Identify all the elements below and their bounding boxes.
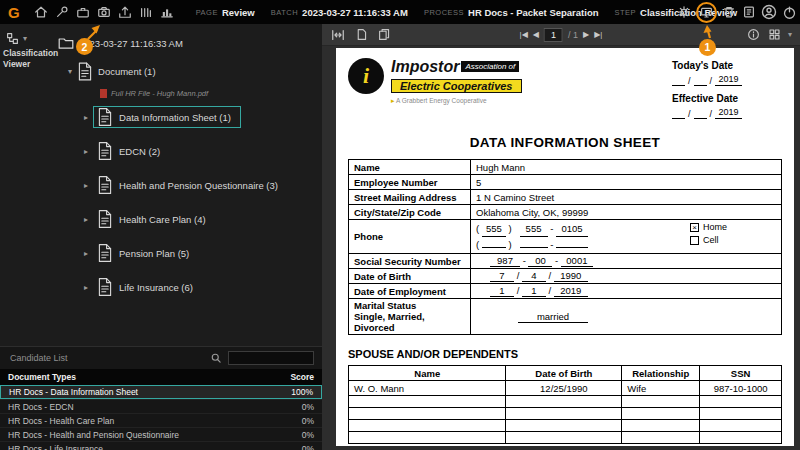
field-label: City/State/Zip Code xyxy=(349,205,471,220)
batch-indicator: BATCH 2023-03-27 11:16:33 AM xyxy=(271,7,408,18)
form-row-name: Name Hugh Mann xyxy=(349,160,782,175)
camera-icon[interactable] xyxy=(96,4,112,20)
form-row-dob: Date of Birth 7 / 4 / 1990 xyxy=(349,269,782,284)
candidate-row[interactable]: HR Docs - Data Information Sheet 100% xyxy=(0,385,322,399)
form-title: DATA INFORMATION SHEET xyxy=(348,135,782,150)
column-header: Relationship xyxy=(622,366,700,381)
process-value: HR Docs - Packet Separation xyxy=(468,7,598,18)
candidate-score: 0% xyxy=(302,416,314,426)
power-icon[interactable] xyxy=(781,4,797,20)
tree-item-data-information-sheet[interactable]: ▸ Data Information Sheet (1) xyxy=(84,100,320,134)
info-icon[interactable] xyxy=(746,27,762,43)
layout-tiles-icon[interactable] xyxy=(767,27,783,43)
user-icon[interactable] xyxy=(761,4,777,20)
year-slot: 2019 xyxy=(715,74,742,86)
brand-line-2: Electric Cooperatives xyxy=(391,79,522,93)
spouse-empty-row xyxy=(349,432,782,444)
cell-checkbox xyxy=(690,236,699,245)
candidate-search-input[interactable] xyxy=(228,351,314,365)
export-icon[interactable] xyxy=(117,4,133,20)
chevron-down-icon[interactable]: ▾ xyxy=(23,34,27,43)
brand-line-1: Impostor xyxy=(391,58,459,75)
field-value: ( 555 ) 555 - 0105 ( ) xyxy=(471,220,782,254)
date-fields: Today's Date //2019 Effective Date //201… xyxy=(672,58,782,126)
spouse-empty-row xyxy=(349,396,782,408)
gear-icon[interactable] xyxy=(676,4,692,20)
chevron-right-icon[interactable]: ▸ xyxy=(84,283,88,292)
chevron-right-icon[interactable]: ▸ xyxy=(84,215,88,224)
tree-item-label: Data Information Sheet (1) xyxy=(119,112,231,123)
candidate-name: HR Docs - Data Information Sheet xyxy=(9,387,138,397)
candidate-score: 0% xyxy=(302,402,314,412)
month-slot xyxy=(672,107,685,119)
first-page-button[interactable]: |◀ xyxy=(520,30,528,39)
monitor-icon[interactable] xyxy=(699,4,715,20)
cell-dob: 12/25/1990 xyxy=(506,381,622,396)
document-page-icon xyxy=(97,143,113,159)
search-icon xyxy=(208,350,224,366)
topbar-toolbar xyxy=(28,4,180,20)
tree-item-health-pension-questionnaire[interactable]: ▸ Health and Pension Questionnaire (3) xyxy=(84,168,320,202)
form-row-doe: Date of Employment 1 / 1 / 2019 xyxy=(349,284,782,299)
chevron-right-icon[interactable]: ▸ xyxy=(84,147,88,156)
pdf-file-label: Full HR File - Hugh Mann.pdf xyxy=(111,89,208,98)
sidebar-title: Classification Viewer xyxy=(0,48,58,69)
multi-page-icon[interactable] xyxy=(376,27,392,43)
report-icon[interactable] xyxy=(741,4,757,20)
library-icon[interactable] xyxy=(138,4,154,20)
candidate-row[interactable]: HR Docs - Life Insurance 0% xyxy=(0,441,322,450)
field-label: Name xyxy=(349,160,471,175)
page-indicator: PAGE Review xyxy=(196,7,255,18)
field-value: 5 xyxy=(471,175,782,190)
previous-page-button[interactable]: ◀ xyxy=(533,30,539,39)
tools-icon[interactable] xyxy=(54,4,70,20)
candidate-name: HR Docs - Life Insurance xyxy=(8,444,103,450)
chevron-right-icon[interactable]: ▸ xyxy=(84,113,88,122)
bar-chart-icon[interactable] xyxy=(159,4,175,20)
candidate-row[interactable]: HR Docs - Health Care Plan 0% xyxy=(0,413,322,427)
page-number-input[interactable]: 1 xyxy=(544,28,563,42)
candidate-row[interactable]: HR Docs - EDCN 0% xyxy=(0,399,322,413)
form-row-ssn: Social Security Number 987 - 00 - 0001 xyxy=(349,254,782,269)
field-label: Employee Number xyxy=(349,175,471,190)
tree-item-edcn[interactable]: ▸ EDCN (2) xyxy=(84,134,320,168)
chevron-down-icon[interactable]: ▾ xyxy=(788,30,792,39)
todays-date-slots: //2019 xyxy=(672,74,782,86)
form-row-employee-number: Employee Number 5 xyxy=(349,175,782,190)
trash-icon[interactable] xyxy=(721,4,737,20)
viewer-mode-strip: ▾ Classification Viewer xyxy=(0,24,58,69)
chevron-down-icon[interactable]: ▾ xyxy=(68,67,72,76)
field-label: Social Security Number xyxy=(349,254,471,269)
tree-item-pension-plan[interactable]: ▸ Pension Plan (5) xyxy=(84,236,320,270)
chevron-right-icon[interactable]: ▸ xyxy=(84,181,88,190)
tagline-arrow-icon: ▸ xyxy=(391,97,395,104)
tree-item-life-insurance[interactable]: ▸ Life Insurance (6) xyxy=(84,270,320,304)
candidate-row[interactable]: HR Docs - Health and Pension Questionnai… xyxy=(0,427,322,441)
pdf-file-icon xyxy=(100,89,107,98)
document-page-icon xyxy=(97,245,113,261)
tree-item-label: EDCN (2) xyxy=(119,146,160,157)
briefcase-icon[interactable] xyxy=(75,4,91,20)
chevron-right-icon[interactable]: ▸ xyxy=(84,249,88,258)
batch-label: BATCH xyxy=(271,8,298,17)
next-page-button[interactable]: ▶ xyxy=(583,30,589,39)
cell-name: W. O. Mann xyxy=(349,381,506,396)
tree-item-pdf-file[interactable]: Full HR File - Hugh Mann.pdf xyxy=(100,86,320,100)
annotation-ring: 1 xyxy=(696,2,717,23)
tree-root-batch[interactable]: 2023-03-27 11:16:33 AM xyxy=(58,30,320,56)
document-page-icon xyxy=(97,211,113,227)
annotation-badge-1: 1 xyxy=(699,39,716,56)
tree-item-health-care-plan[interactable]: ▸ Health Care Plan (4) xyxy=(84,202,320,236)
field-value: Oklahoma City, OK, 99999 xyxy=(471,205,782,220)
tree-item-document[interactable]: ▾ Document (1) xyxy=(68,56,320,86)
classification-viewer-icon xyxy=(4,30,20,46)
home-icon[interactable] xyxy=(33,4,49,20)
field-value: 7 / 4 / 1990 xyxy=(471,269,782,284)
last-page-button[interactable]: ▶| xyxy=(594,30,602,39)
day-slot xyxy=(694,107,707,119)
candidate-list-panel: Candidate List Document Types Score HR D… xyxy=(0,346,322,450)
candidate-col-score: Score xyxy=(290,372,314,382)
field-value: 987 - 00 - 0001 xyxy=(471,254,782,269)
single-page-icon[interactable] xyxy=(353,27,369,43)
fit-width-icon[interactable] xyxy=(330,27,346,43)
